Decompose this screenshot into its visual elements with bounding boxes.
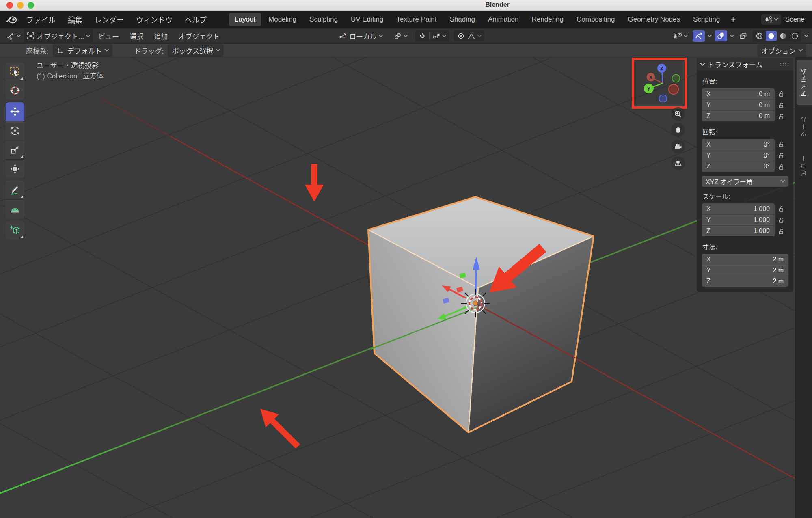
menu-edit[interactable]: 編集 [62, 11, 89, 28]
tool-annotate[interactable] [6, 181, 24, 199]
tab-texture-paint[interactable]: Texture Paint [391, 13, 442, 26]
shading-rendered-button[interactable] [789, 31, 800, 41]
lock-open-icon[interactable] [778, 111, 784, 122]
transform-orientation-dropdown[interactable]: ローカル [335, 29, 386, 43]
tab-compositing[interactable]: Compositing [571, 13, 621, 26]
tab-uv-editing[interactable]: UV Editing [345, 13, 389, 26]
location-x-field[interactable]: X0 m [702, 88, 775, 99]
tab-shading[interactable]: Shading [444, 13, 481, 26]
navigation-gizmo[interactable]: Z X Y [638, 62, 683, 102]
tool-scale[interactable] [6, 140, 24, 159]
zoom-button[interactable] [28, 2, 34, 9]
tab-layout[interactable]: Layout [229, 13, 261, 26]
chevron-down-icon [378, 32, 383, 37]
menu-view[interactable]: ビュー [93, 31, 124, 41]
zoom-view-button[interactable] [671, 107, 685, 121]
rotation-z-field[interactable]: Z0° [702, 161, 775, 172]
tool-transform[interactable] [6, 160, 24, 178]
lock-open-icon[interactable] [778, 162, 784, 173]
sidebar-tab-view[interactable]: ビュー [797, 147, 812, 183]
scale-x-field[interactable]: X1.000 [702, 203, 775, 214]
dimensions-z-field[interactable]: Z2 m [702, 276, 788, 287]
menu-select[interactable]: 選択 [124, 31, 149, 41]
pan-view-button[interactable] [671, 123, 685, 137]
perspective-toggle-button[interactable] [671, 156, 685, 170]
lock-open-icon[interactable] [778, 88, 784, 99]
sidebar-tab-item[interactable]: アイテム [797, 60, 812, 105]
xray-toggle[interactable] [737, 30, 749, 42]
lock-open-icon[interactable] [778, 139, 784, 150]
dimensions-section: X2 m Y2 m Z2 m [702, 254, 788, 287]
chevron-down-icon[interactable] [804, 32, 808, 37]
nav-axis-z-neg[interactable] [659, 95, 667, 103]
rotation-mode-dropdown[interactable]: XYZ オイラー角 [702, 176, 788, 187]
rotation-x-field[interactable]: X0° [702, 139, 775, 150]
location-y-field[interactable]: Y0 m [702, 99, 775, 110]
default-cube[interactable] [368, 197, 594, 432]
mode-selector[interactable]: オブジェクト... [24, 29, 93, 43]
menu-add[interactable]: 追加 [149, 31, 173, 41]
chevron-down-icon [798, 47, 803, 52]
tab-modeling[interactable]: Modeling [263, 13, 302, 26]
tab-rendering[interactable]: Rendering [526, 13, 569, 26]
location-z-field[interactable]: Z0 m [702, 110, 775, 121]
grid-icon [674, 159, 682, 167]
menu-window[interactable]: ウィンドウ [130, 11, 179, 28]
rotation-y-field[interactable]: Y0° [702, 150, 775, 161]
tool-measure[interactable] [6, 200, 24, 218]
dimensions-x-field[interactable]: X2 m [702, 254, 788, 265]
minimize-button[interactable] [17, 2, 24, 9]
menu-help[interactable]: ヘルプ [179, 11, 213, 28]
shading-wireframe-button[interactable] [754, 31, 765, 41]
scale-z-field[interactable]: Z1.000 [702, 225, 775, 236]
scene-selector[interactable]: Scene [761, 14, 809, 25]
drag-mode-value: ボックス選択 [172, 45, 213, 56]
lock-open-icon[interactable] [778, 215, 784, 226]
show-overlays-toggle[interactable] [715, 30, 727, 41]
lock-open-icon[interactable] [778, 203, 784, 214]
tool-select-box[interactable] [6, 62, 24, 81]
pivot-point-dropdown[interactable] [391, 31, 410, 41]
chevron-down-icon[interactable] [730, 32, 734, 37]
lock-open-icon[interactable] [778, 150, 784, 161]
scale-y-field[interactable]: Y1.000 [702, 214, 775, 225]
object-visibility-dropdown[interactable] [672, 30, 689, 41]
camera-view-button[interactable] [671, 140, 685, 153]
sidebar-tab-tool[interactable]: ツール [797, 108, 812, 144]
drag-mode-dropdown[interactable]: ボックス選択 [168, 44, 224, 57]
menu-object[interactable]: オブジェクト [173, 31, 225, 41]
menu-file[interactable]: ファイル [20, 11, 62, 28]
active-tool-button[interactable] [3, 31, 24, 41]
tab-animation[interactable]: Animation [482, 13, 525, 26]
blender-logo-icon[interactable] [6, 15, 18, 24]
chevron-down-icon [683, 32, 688, 37]
tool-cursor[interactable] [6, 81, 24, 100]
tab-scripting[interactable]: Scripting [687, 13, 726, 26]
drag-grip-icon[interactable] [780, 62, 789, 66]
active-object-label: (1) Collection | 立方体 [37, 71, 104, 82]
add-workspace-button[interactable]: + [726, 14, 740, 25]
coord-system-dropdown[interactable]: デフォルト [53, 44, 112, 57]
nav-axis-x-neg[interactable] [669, 84, 678, 94]
snapping-controls[interactable] [415, 30, 449, 42]
magnifier-plus-icon [674, 110, 682, 118]
viewport-canvas[interactable] [0, 57, 812, 518]
dimensions-y-field[interactable]: Y2 m [702, 265, 788, 276]
proportional-editing-controls[interactable] [454, 30, 484, 41]
close-button[interactable] [6, 2, 13, 9]
show-gizmo-toggle[interactable] [693, 30, 705, 42]
options-dropdown[interactable]: オプション [757, 44, 806, 57]
transform-panel-header[interactable]: トランスフォーム [697, 58, 793, 70]
tab-geometry-nodes[interactable]: Geometry Nodes [622, 13, 686, 26]
chevron-down-icon[interactable] [707, 32, 712, 37]
menu-render[interactable]: レンダー [89, 11, 130, 28]
shading-solid-button[interactable] [766, 31, 777, 41]
tool-move[interactable] [6, 102, 24, 121]
lock-open-icon[interactable] [778, 100, 784, 111]
lock-open-icon[interactable] [778, 226, 784, 237]
nav-axis-y-neg[interactable] [672, 75, 680, 82]
tab-sculpting[interactable]: Sculpting [304, 13, 343, 26]
tool-add-cube[interactable] [6, 221, 24, 240]
tool-rotate[interactable] [6, 121, 24, 140]
shading-material-button[interactable] [777, 31, 788, 41]
